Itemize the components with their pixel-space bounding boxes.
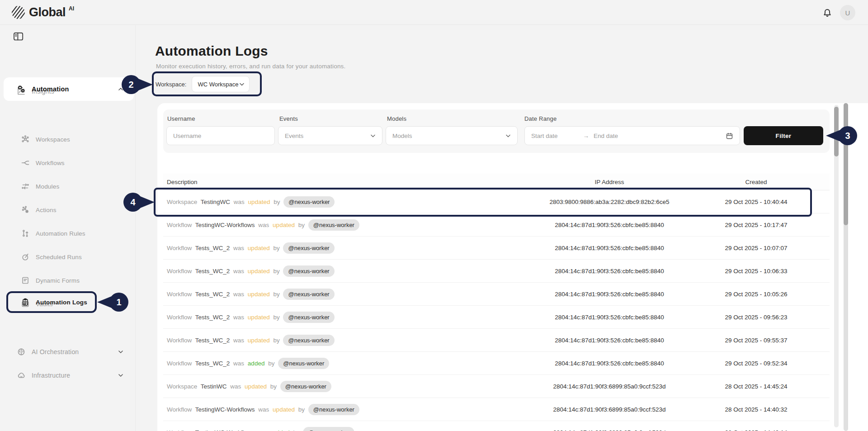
created-timestamp: 29 Oct 2025 - 10:40:44 [683, 199, 830, 205]
action-label: added [273, 429, 290, 431]
content-card: Username Events Models Date Range Events… [157, 103, 868, 431]
sidebar-toggle-icon[interactable] [13, 31, 24, 42]
sidebar-item-actions[interactable]: Actions [0, 198, 136, 222]
ip-address: 2804:14c:87d1:90f3:526:cbfc:be85:8840 [536, 360, 683, 367]
form-document-icon [21, 276, 30, 285]
column-ip-address: IP Address [536, 179, 683, 185]
table-row: Workflow TestingWC-Workflows was updated… [163, 398, 830, 421]
entity-name: Tests_WC_2 [195, 245, 230, 251]
table-row: Workspace TestingWC was updated by @nexu… [163, 190, 830, 213]
action-label: updated [245, 383, 267, 390]
description-word: was [233, 245, 244, 251]
user-badge: @nexus-worker [283, 335, 334, 346]
table-row: Workflow Tests_WC_2 was updated by @nexu… [163, 237, 830, 260]
events-select[interactable]: Events [278, 126, 382, 145]
ip-address: 2804:14c:87d1:90f3:526:cbfc:be85:8840 [536, 245, 683, 251]
created-timestamp: 29 Oct 2025 - 10:06:33 [683, 268, 830, 275]
entity-name: Tests_WC_2 [195, 337, 230, 344]
page-scrollbar-thumb[interactable] [844, 103, 848, 225]
table-header: Description IP Address Created [163, 174, 830, 190]
top-bar: Global AI U [0, 0, 868, 25]
brand-suffix: AI [69, 5, 74, 12]
sidebar-item-scheduled-runs[interactable]: Scheduled Runs [0, 245, 136, 269]
entity-type: Workflow [167, 222, 192, 228]
description-word: was [233, 291, 244, 298]
sidebar-item-infrastructure[interactable]: Infrastructure [0, 364, 136, 387]
sidebar: Insights Automation Workspaces [0, 25, 136, 431]
description-word: by [298, 406, 305, 413]
sidebar-item-workspaces[interactable]: Workspaces [0, 128, 136, 151]
description-word: was [258, 222, 269, 228]
filter-panel: Username Events Models Date Range Events… [163, 109, 830, 153]
table-row: Workflow Tests_WC_2 was updated by @nexu… [163, 306, 830, 329]
entity-type: Workspace [167, 383, 197, 390]
table-row: Workflow Tests_WC_2 was updated by @nexu… [163, 329, 830, 352]
brain-icon [17, 347, 26, 356]
sidebar-item-automation-rules[interactable]: Automation Rules [0, 222, 136, 245]
clipboard-logs-icon [21, 298, 30, 307]
description-word: by [273, 268, 279, 275]
ip-address: 2804:14c:87d1:90f3:526:cbfc:be85:8840 [536, 337, 683, 344]
ip-address: 2804:14c:87d1:90f3:526:cbfc:be85:8840 [536, 291, 683, 298]
user-badge: @nexus-worker [283, 289, 334, 300]
sidebar-item-workflows[interactable]: Workflows [0, 151, 136, 175]
description-word: by [273, 245, 279, 251]
calendar-icon [726, 132, 733, 140]
date-range-arrow: → [583, 133, 590, 139]
user-badge: @nexus-worker [283, 265, 334, 277]
created-timestamp: 28 Oct 2025 - 14:40:32 [683, 406, 830, 413]
entity-type: Workflow [167, 406, 192, 413]
action-label: updated [248, 199, 270, 205]
user-avatar[interactable]: U [840, 5, 855, 20]
inner-scrollbar-thumb[interactable] [834, 107, 839, 156]
description-word: was [230, 383, 241, 390]
user-badge: @nexus-worker [283, 312, 334, 323]
models-select[interactable]: Models [386, 126, 518, 145]
entity-type: Workflow [167, 360, 192, 367]
sidebar-item-dynamic-forms[interactable]: Dynamic Forms [0, 269, 136, 292]
created-timestamp: 29 Oct 2025 - 09:56:23 [683, 314, 830, 321]
table-row: Workflow TestingWC-Workflows was added b… [163, 421, 830, 431]
entity-type: Workflow [167, 245, 192, 251]
description-word: by [274, 199, 280, 205]
description-word: was [233, 337, 244, 344]
description-word: was [258, 406, 269, 413]
table-row: Workflow Tests_WC_2 was updated by @nexu… [163, 283, 830, 306]
sidebar-item-automation[interactable]: Automation [0, 77, 136, 101]
page-subtitle: Monitor execution history, errors, and r… [156, 63, 346, 70]
description-word: by [273, 291, 279, 298]
entity-name: Tests_WC_2 [195, 314, 230, 321]
page-title: Automation Logs [155, 43, 268, 59]
table-row: Workflow Tests_WC_2 was added by @nexus-… [163, 352, 830, 375]
entity-name: TestingWC-Workflows [195, 406, 255, 413]
entity-type: Workflow [167, 429, 192, 431]
user-badge: @nexus-worker [278, 358, 329, 369]
network-nodes-icon [21, 135, 30, 144]
table-row: Workflow Tests_WC_2 was updated by @nexu… [163, 260, 830, 283]
sidebar-item-modules[interactable]: Modules [0, 175, 136, 198]
brand-name: Global [29, 5, 66, 20]
branch-lines-icon [21, 158, 30, 167]
date-range-label: Date Range [524, 115, 557, 122]
notifications-bell-icon[interactable] [822, 7, 833, 18]
action-label: updated [248, 314, 270, 321]
chevron-up-icon [118, 86, 124, 92]
description-word: was [234, 199, 245, 205]
date-range-picker[interactable]: Start date → End date [524, 126, 740, 145]
created-timestamp: 29 Oct 2025 - 10:05:26 [683, 291, 830, 298]
globe-sphere-icon [11, 5, 26, 20]
column-created: Created [683, 179, 830, 185]
models-label: Models [387, 115, 406, 122]
description-word: by [273, 337, 279, 344]
sidebar-item-automation-logs[interactable]: Automation Logs [0, 290, 136, 314]
table-row: Workspace TestinWC was updated by @nexus… [163, 375, 830, 398]
rules-compare-icon [21, 229, 30, 238]
table-row: Workflow TestingWC-Workflows was updated… [163, 213, 830, 237]
workspace-select[interactable]: WC Workspace [192, 76, 250, 92]
created-timestamp: 28 Oct 2025 - 14:40:14 [683, 429, 830, 431]
filter-button[interactable]: Filter [744, 126, 823, 145]
entity-type: Workflow [167, 268, 192, 275]
end-date-placeholder: End date [594, 133, 618, 139]
username-input[interactable] [173, 133, 268, 139]
sidebar-item-ai-orchestration[interactable]: AI Orchestration [0, 340, 136, 364]
